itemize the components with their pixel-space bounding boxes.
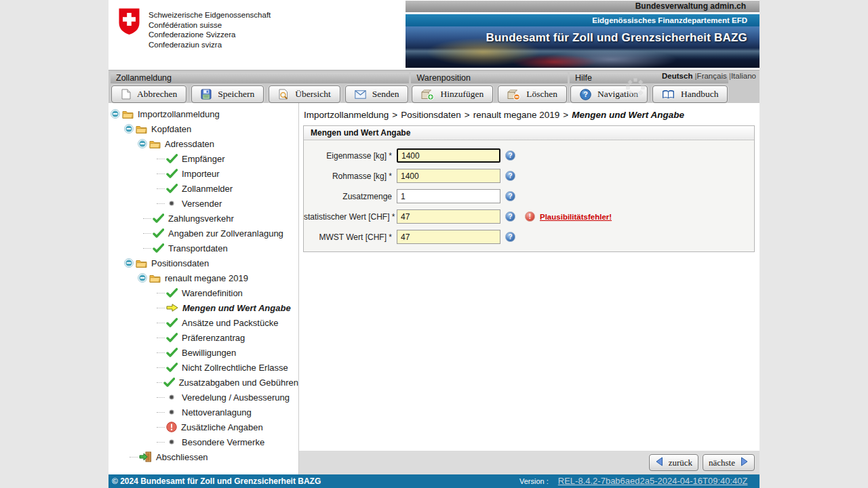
tree-connector xyxy=(157,308,165,308)
expander-minus-icon[interactable] xyxy=(138,139,147,148)
check-icon xyxy=(153,228,164,238)
help-icon[interactable]: ? xyxy=(505,232,515,242)
tree-connector xyxy=(143,218,151,219)
book-icon xyxy=(662,89,675,100)
version-link[interactable]: REL-8.4.2-7bab6aed2a5-2024-04-16T09:40:4… xyxy=(558,476,748,486)
form-row: Rohmasse [kg] *? xyxy=(304,169,754,183)
tree-item-label: Zahlungsverkehr xyxy=(168,214,234,224)
tree-item-bewilligungen[interactable]: Bewilligungen xyxy=(108,345,298,360)
tree-item-veredelung-ausbesserung[interactable]: Veredelung / Ausbesserung xyxy=(108,390,298,405)
form-body: Eigenmasse [kg] *?Rohmasse [kg] *?Zusatz… xyxy=(304,140,754,251)
tree-connector xyxy=(157,352,165,353)
bundesverwaltung-bar[interactable]: Bundesverwaltung admin.ch xyxy=(406,1,760,12)
language-option-italiano[interactable]: Italiano xyxy=(731,72,756,80)
tree-item-kopfdaten[interactable]: Kopfdaten xyxy=(108,121,298,136)
tree-item-zollanmelder[interactable]: Zollanmelder xyxy=(108,181,298,196)
toolbar-group-label: Zollanmeldung xyxy=(111,73,409,83)
tree-item-nicht-zollrechtliche-erlasse[interactable]: Nicht Zollrechtliche Erlasse xyxy=(108,360,298,375)
next-button[interactable]: nächste xyxy=(703,454,755,471)
tree-item-empfänger[interactable]: Empfänger xyxy=(108,151,298,166)
toolbar-group: ZollanmeldungAbbrechenSpeichernÜbersicht… xyxy=(111,73,409,103)
tree-connector xyxy=(157,323,165,323)
form-panel: Mengen und Wert Angabe Eigenmasse [kg] *… xyxy=(303,125,755,252)
language-option-franais[interactable]: Français xyxy=(697,72,727,80)
header: Schweizerische Eidgenossenschaft Confédé… xyxy=(108,0,760,70)
expander-minus-icon[interactable] xyxy=(138,273,147,283)
mwst-wert-chf-input[interactable] xyxy=(397,230,500,244)
language-option-deutsch[interactable]: Deutsch xyxy=(662,72,692,80)
tree-item-zusatzabgaben-und-gebühren[interactable]: Zusatzabgaben und Gebühren xyxy=(108,375,298,390)
tree-item-abschliessen[interactable]: Abschliessen xyxy=(108,449,298,464)
tree-item-adressdaten[interactable]: Adressdaten xyxy=(108,136,298,151)
back-button-label: zurück xyxy=(669,458,692,468)
expander-minus-icon[interactable] xyxy=(124,258,134,268)
tree-item-transportdaten[interactable]: Transportdaten xyxy=(108,241,298,256)
help-icon[interactable]: ? xyxy=(505,191,515,201)
help-icon[interactable]: ? xyxy=(505,211,515,222)
-bersicht-button[interactable]: Übersicht xyxy=(269,85,340,103)
tree-item-renault-megane-2019[interactable]: renault megane 2019 xyxy=(108,270,298,285)
tree-item-importzollanmeldung[interactable]: Importzollanmeldung xyxy=(108,106,298,121)
rohmasse-kg-input[interactable] xyxy=(397,169,500,183)
tree-item-präferenzantrag[interactable]: Präferenzantrag xyxy=(108,330,298,345)
tree-connector xyxy=(157,203,165,204)
senden-button[interactable]: Senden xyxy=(345,85,409,103)
tree-item-label: Mengen und Wert Angabe xyxy=(182,303,291,313)
tree-item-label: Nicht Zollrechtliche Erlasse xyxy=(182,363,288,373)
eigenmasse-kg-input[interactable] xyxy=(397,148,500,163)
help-icon[interactable]: ? xyxy=(505,171,515,181)
tree-item-versender[interactable]: Versender xyxy=(108,196,298,211)
swiss-shield-icon xyxy=(119,8,140,49)
tree-item-zusätzliche-angaben[interactable]: Zusätzliche Angaben xyxy=(108,420,298,434)
hinzuf-gen-button[interactable]: Hinzufügen xyxy=(412,85,493,103)
form-panel-title: Mengen und Wert Angabe xyxy=(304,126,754,140)
error-icon xyxy=(166,422,177,432)
form-row: Zusatzmenge? xyxy=(304,189,754,203)
tree-item-label: Importzollanmeldung xyxy=(138,109,220,119)
tree-item-label: Versender xyxy=(182,199,222,209)
l-schen-button[interactable]: Löschen xyxy=(498,85,567,103)
tree-connector xyxy=(157,397,165,398)
zusatzmenge-input[interactable] xyxy=(397,189,500,203)
plausibility-error-link[interactable]: Plausibilitätsfehler! xyxy=(540,213,612,221)
tree-item-positionsdaten[interactable]: Positionsdaten xyxy=(108,256,298,270)
tree-item-label: Importeur xyxy=(182,169,220,179)
tree-item-ansätze-und-packstücke[interactable]: Ansätze und Packstücke xyxy=(108,315,298,330)
check-icon xyxy=(166,154,178,163)
expander-minus-icon[interactable] xyxy=(124,124,134,134)
tree-connector xyxy=(143,233,151,234)
tree-item-zahlungsverkehr[interactable]: Zahlungsverkehr xyxy=(108,211,298,226)
tree-connector xyxy=(157,382,162,383)
tree-item-mengen-und-wert-angabe[interactable]: Mengen und Wert Angabe xyxy=(108,300,298,315)
tree-item-label: Warendefinition xyxy=(182,288,243,298)
tree-connector xyxy=(130,457,138,458)
tree-item-label: Abschliessen xyxy=(156,452,208,462)
statistischer-wert-chf-input[interactable] xyxy=(397,209,500,224)
tree-item-angaben-zur-zollveranlagung[interactable]: Angaben zur Zollveranlagung xyxy=(108,226,298,241)
send-envelope-icon xyxy=(355,90,366,99)
tree-item-label: Nettoveranlagung xyxy=(182,407,252,418)
federal-wordmark: Schweizerische Eidgenossenschaft Confédé… xyxy=(149,8,271,49)
tree-item-importeur[interactable]: Importeur xyxy=(108,166,298,181)
breadcrumb-separator: > xyxy=(389,110,401,120)
speichern-button[interactable]: Speichern xyxy=(191,85,264,103)
folder-icon xyxy=(122,110,134,119)
button-label: Übersicht xyxy=(295,89,330,100)
tree-connector xyxy=(157,174,165,174)
help-icon[interactable]: ? xyxy=(505,150,515,161)
check-icon xyxy=(166,348,178,357)
tree-item-label: Adressdaten xyxy=(165,139,214,149)
tree-item-besondere-vermerke[interactable]: Besondere Vermerke xyxy=(108,434,298,449)
handbuch-button[interactable]: Handbuch xyxy=(652,85,728,103)
back-arrow-icon xyxy=(655,457,663,469)
pager-strip: zurück nächste xyxy=(299,451,760,474)
content-area: ImportzollanmeldungKopfdatenAdressdatenE… xyxy=(108,103,760,474)
tree-item-warendefinition[interactable]: Warendefinition xyxy=(108,285,298,300)
back-button[interactable]: zurück xyxy=(649,454,698,471)
tree-item-nettoveranlagung[interactable]: Nettoveranlagung xyxy=(108,405,298,420)
tree-item-label: Besondere Vermerke xyxy=(182,437,264,447)
expander-minus-icon[interactable] xyxy=(111,109,120,119)
toolbar-button-row: AbbrechenSpeichernÜbersichtSenden xyxy=(111,85,409,103)
abbrechen-button[interactable]: Abbrechen xyxy=(111,85,186,103)
tree-connector xyxy=(157,412,165,413)
